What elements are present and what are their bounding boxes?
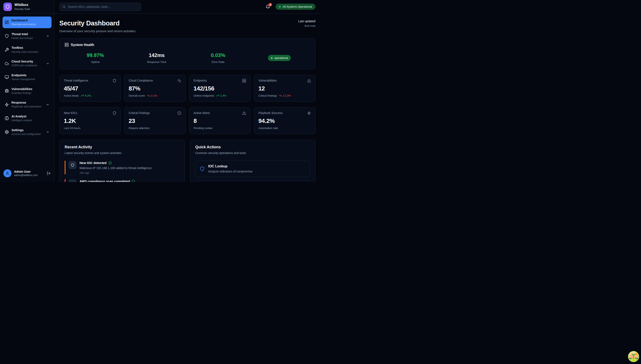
stat-card-title: Threat Intelligence [64,79,88,82]
stat-card-label: Overall score [129,94,145,97]
stat-card-value: 94.2% [258,118,311,124]
cloud-icon [5,62,9,66]
stat-card-title: Cloud Compliance [129,79,153,82]
stat-card-cloud-compliance: Cloud Compliance 87% Overall score 3.1% [124,75,186,102]
recent-activity-subtitle: Latest security events and system activi… [65,151,180,155]
stat-card-critical-findings: Critical Findings 23 Require attention [124,107,186,134]
activity-icon [177,79,181,83]
quick-action-subtitle: Analyze indicators of compromise [208,170,252,173]
zap-icon [307,111,311,115]
response-time-label: Response Time [126,60,188,64]
sidebar-item-cloud-security[interactable]: Cloud Security CSPM and compliance [3,58,52,69]
stat-card-playbook-success: Playbook Success 94.2% Automation rate [254,107,315,134]
topbar: 3 All Systems Operational [54,0,321,14]
uptime-label: Uptime [65,60,126,64]
sidebar-item-sublabel: Account and configuration [12,133,43,136]
sidebar-item-toolbox[interactable]: Toolbox Security tools execution [3,44,52,56]
stat-card-title: Vulnerabilities [258,79,277,82]
quick-action-ioc-lookup[interactable]: IOC Lookup Analyze indicators of comprom… [195,160,310,177]
severity-bar [65,160,66,174]
user-email: admin@wildbox.com [14,174,38,177]
sidebar-item-label: Vulnerabilities [12,87,43,91]
stat-card-value: 45/47 [64,85,116,92]
error-rate-value: 0.03% [187,52,249,58]
stat-card-title: Active Alerts [194,111,210,114]
alert-triangle-icon [307,79,311,83]
stat-card-label: Require attention [129,126,150,130]
system-health-card: System Health 99.97% Uptime 142ms Respon… [59,38,315,69]
stat-card-value: 23 [129,118,181,124]
sidebar-item-dashboard[interactable]: Dashboard Overview and metrics [3,16,52,28]
brand-logo [4,2,12,11]
sidebar-item-sublabel: Overview and metrics [12,23,43,26]
stat-card-label: Active feeds [64,94,79,97]
error-rate-label: Error Rate [187,60,249,64]
sidebar-item-label: Dashboard [12,18,43,22]
sidebar-item-sublabel: Sensor management [12,78,43,81]
user-profile[interactable]: Admin User admin@wildbox.com [0,166,54,182]
sidebar-item-label: Cloud Security [12,60,43,63]
chevron-down-icon [46,62,49,65]
search-input[interactable] [68,5,138,8]
quick-action-run-cloud-scan[interactable]: Run Cloud Scan [195,180,310,182]
stat-card-value: 1.2K [64,118,116,124]
uptime-value: 99.97% [65,52,126,58]
brain-icon [5,116,9,120]
stat-card-label: Last 24 hours [64,126,81,130]
check-circle-icon [132,180,135,182]
server-icon [242,79,246,83]
zap-icon [5,102,9,107]
logout-icon[interactable] [47,172,51,175]
sidebar-item-ai-analyst[interactable]: AI Analyst Intelligent analysis [3,112,52,124]
monitor-icon [5,75,9,79]
sidebar-item-label: Threat Intel [12,32,43,36]
notification-badge: 3 [269,3,272,6]
stat-card-value: 142/156 [194,85,246,92]
stat-card-active-alerts: Active Alerts 8 Pending review [189,107,251,134]
sidebar-item-label: Toolbox [12,46,43,50]
recent-activity-title: Recent Activity [65,145,180,149]
status-dot-icon [279,6,281,8]
quick-actions-title: Quick Actions [195,145,310,149]
sidebar-item-label: Endpoints [12,73,43,77]
check-circle-icon [108,161,112,165]
system-status-pill: All Systems Operational [276,4,315,10]
sidebar-item-sublabel: Feeds and lookups [12,37,43,40]
sidebar-item-sublabel: Guardian findings [12,92,43,95]
trending-up-icon [216,94,219,97]
sidebar-item-response[interactable]: Response Playbooks and automation [3,99,52,110]
notifications-button[interactable]: 3 [266,4,270,9]
stat-card-title: Critical Findings [129,111,150,114]
sidebar-item-sublabel: CSPM and compliance [12,64,43,68]
avatar [4,169,12,177]
stat-card-label: Online endpoints [194,94,214,97]
activity-title: AWS compliance scan completed [80,180,130,182]
stat-card-title: New IOCs [64,111,77,114]
recent-activity-panel: Recent Activity Latest security events a… [59,140,185,182]
quick-actions-panel: Quick Actions Common security operations… [190,140,315,182]
brand: Wildbox Security Suite [0,0,54,14]
stat-card-label: Critical findings [258,94,277,97]
shield-icon [200,166,205,172]
sidebar-item-sublabel: Playbooks and automation [12,105,43,108]
trend-down: 3.1% [147,94,157,97]
status-dot-icon [271,57,273,59]
trend-up: 2.4% [216,94,227,97]
sidebar-item-sublabel: Intelligent analysis [12,119,43,122]
search-icon [62,5,66,8]
trend-down: 12.3% [279,94,291,97]
stat-card-endpoints: Endpoints 142/156 Online endpoints 2.4% [189,75,251,102]
activity-time: 10m ago [80,172,152,174]
sidebar-item-endpoints[interactable]: Endpoints Sensor management [3,72,52,83]
sidebar: Wildbox Security Suite Dashboard Overvie… [0,0,54,182]
wrench-icon [5,48,9,52]
shield-icon [5,34,9,38]
search-box[interactable] [59,2,141,11]
sidebar-item-vulnerabilities[interactable]: Vulnerabilities Guardian findings [3,85,52,97]
sidebar-item-settings[interactable]: Settings Account and configuration [3,126,52,138]
sidebar-item-threat-intel[interactable]: Threat Intel Feeds and lookups [3,30,52,42]
stat-card-label: Automation rate [258,126,278,130]
system-health-title: System Health [71,43,94,47]
activity-description: Malicious IP 192.168.1.100 added to thre… [80,166,152,170]
page-title: Security Dashboard [59,20,136,27]
